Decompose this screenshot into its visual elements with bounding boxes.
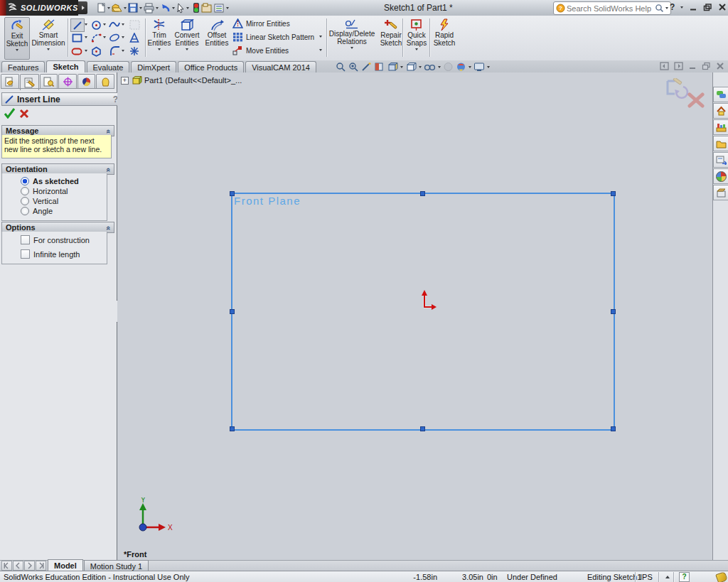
rectangle-tool-button[interactable] xyxy=(71,32,82,43)
feature-manager-tab[interactable] xyxy=(1,74,19,89)
fillet-tool-button[interactable] xyxy=(109,45,120,57)
fillet-caret-icon[interactable] xyxy=(122,50,124,52)
sketch-midpoint[interactable] xyxy=(230,309,235,314)
tab-evaluate[interactable]: Evaluate xyxy=(87,61,130,72)
hide-show-caret-icon[interactable] xyxy=(438,66,441,68)
collapse-chevron-icon[interactable]: « xyxy=(105,168,113,171)
rebuild-button[interactable] xyxy=(193,1,200,14)
save-dropdown-caret-icon[interactable] xyxy=(139,7,142,9)
view-settings-icon[interactable] xyxy=(473,62,485,72)
help-dropdown-caret-icon[interactable] xyxy=(680,6,683,9)
nav-first-button[interactable] xyxy=(1,561,12,571)
radio-angle[interactable]: Angle xyxy=(21,207,107,215)
sketch-vertex[interactable] xyxy=(611,191,616,196)
print-button[interactable] xyxy=(144,1,159,14)
custom-tab[interactable] xyxy=(96,74,114,89)
sketch-vertex[interactable] xyxy=(611,426,616,431)
arc-tool-button[interactable] xyxy=(90,32,102,43)
radio-icon[interactable] xyxy=(21,207,29,215)
nav-prev-button[interactable] xyxy=(13,561,23,571)
close-button[interactable] xyxy=(718,3,727,11)
tree-expand-box[interactable]: + xyxy=(121,77,129,85)
file-properties-button[interactable] xyxy=(201,1,213,14)
ellipse-caret-icon[interactable] xyxy=(122,36,124,38)
offset-entities-button[interactable]: Offset Entities xyxy=(203,20,231,58)
radio-horizontal[interactable]: Horizontal xyxy=(21,187,107,195)
convert-caret-icon[interactable] xyxy=(186,48,188,50)
confirmation-corner-cancel-icon[interactable] xyxy=(687,92,705,108)
dimxpert-manager-tab[interactable] xyxy=(58,74,77,89)
nav-next-button[interactable] xyxy=(24,561,35,571)
arc-caret-icon[interactable] xyxy=(103,36,106,38)
pm-cancel-button[interactable] xyxy=(19,109,29,119)
feature-tree-root-label[interactable]: Part1 (Default<<Default>_... xyxy=(144,76,242,85)
exit-sketch-button[interactable]: Exit Sketch xyxy=(4,17,30,60)
quick-tips-button[interactable]: ? xyxy=(679,572,690,582)
select-button[interactable] xyxy=(176,1,189,14)
display-delete-relations-button[interactable]: Display/Delete Relations xyxy=(328,17,375,58)
exit-sketch-caret-icon[interactable] xyxy=(16,49,18,51)
display-style-caret-icon[interactable] xyxy=(419,66,422,68)
doc-restore-button[interactable] xyxy=(702,62,711,70)
line-tool-button[interactable] xyxy=(70,18,85,32)
radio-icon[interactable] xyxy=(21,197,29,205)
display-manager-tab[interactable] xyxy=(77,74,96,89)
solidworks-resources-button[interactable] xyxy=(713,87,728,102)
trim-entities-button[interactable]: Trim Entities xyxy=(147,17,171,58)
menu-expand-button[interactable] xyxy=(78,1,87,14)
tab-sketch[interactable]: Sketch xyxy=(46,60,85,72)
doc-close-button[interactable] xyxy=(716,62,724,70)
section-view-icon[interactable] xyxy=(374,62,385,72)
spline-tool-button[interactable] xyxy=(109,19,120,31)
open-button[interactable] xyxy=(112,1,127,14)
apply-scene-caret-icon[interactable] xyxy=(469,66,471,68)
circle-tool-button[interactable] xyxy=(90,19,102,31)
tab-motion-study[interactable]: Motion Study 1 xyxy=(84,560,149,571)
display-style-icon[interactable] xyxy=(405,62,417,72)
display-delete-caret-icon[interactable] xyxy=(350,47,353,49)
radio-icon[interactable] xyxy=(21,187,29,195)
move-entities-caret-icon[interactable] xyxy=(319,49,322,51)
restore-button[interactable] xyxy=(703,3,712,11)
quick-snaps-caret-icon[interactable] xyxy=(415,48,418,50)
rectangle-caret-icon[interactable] xyxy=(85,36,87,38)
tab-dimxpert[interactable]: DimXpert xyxy=(131,61,176,72)
search-dropdown-caret-icon[interactable] xyxy=(665,7,668,9)
pm-ok-button[interactable] xyxy=(4,108,16,119)
save-button[interactable] xyxy=(128,1,142,14)
units-caret-icon[interactable] xyxy=(665,576,670,578)
mirror-entities-button[interactable]: Mirror Entities xyxy=(232,18,290,28)
checkbox-icon[interactable] xyxy=(21,249,30,259)
point-tool-button[interactable] xyxy=(129,45,140,57)
sketch-origin-icon[interactable] xyxy=(419,289,437,311)
edit-appearance-icon[interactable] xyxy=(443,62,454,72)
sketch-rectangle[interactable] xyxy=(231,193,615,431)
zoom-to-fit-icon[interactable] xyxy=(336,62,346,72)
doc-minimize-button[interactable] xyxy=(688,62,697,70)
apply-scene-icon[interactable] xyxy=(456,62,466,72)
custom-properties-button[interactable] xyxy=(713,185,728,200)
view-orientation-icon[interactable] xyxy=(387,62,398,72)
undo-button[interactable] xyxy=(160,1,175,14)
ellipse-tool-button[interactable] xyxy=(109,32,120,43)
home-button[interactable] xyxy=(713,103,728,119)
rapid-sketch-button[interactable]: Rapid Sketch xyxy=(432,17,457,58)
line-caret-icon[interactable] xyxy=(85,23,87,26)
hide-show-items-icon[interactable] xyxy=(424,62,436,72)
convert-entities-button[interactable]: Convert Entities xyxy=(173,17,201,58)
tag-icon[interactable] xyxy=(715,571,728,582)
minimize-button[interactable] xyxy=(689,3,697,11)
new-document-button[interactable] xyxy=(97,1,110,14)
units-selector[interactable]: IPS xyxy=(640,573,653,581)
slot-tool-button[interactable] xyxy=(71,45,82,57)
sketch-picture-button[interactable] xyxy=(129,19,140,31)
linear-pattern-caret-icon[interactable] xyxy=(319,36,322,38)
trim-caret-icon[interactable] xyxy=(158,48,161,50)
radio-vertical[interactable]: Vertical xyxy=(21,197,107,205)
tab-features[interactable]: Features xyxy=(1,61,45,72)
print-dropdown-caret-icon[interactable] xyxy=(156,7,159,9)
slot-caret-icon[interactable] xyxy=(85,50,87,52)
tab-visualcam[interactable]: VisualCAM 2014 xyxy=(245,61,316,72)
smart-dimension-caret-icon[interactable] xyxy=(47,48,50,50)
design-library-button[interactable] xyxy=(713,119,728,135)
